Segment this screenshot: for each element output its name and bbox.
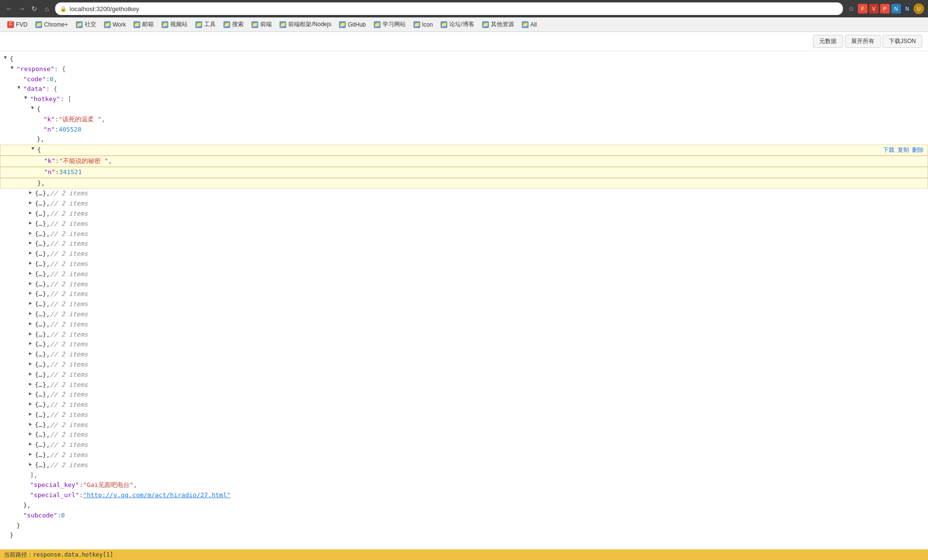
expand-arrow-16[interactable]: ▶ bbox=[29, 350, 35, 357]
bookmark-nodejs[interactable]: 📁 前端框架/Nodejs bbox=[276, 19, 335, 29]
delete-action[interactable]: 删除 bbox=[912, 146, 924, 155]
item2-toggle[interactable]: ▼ bbox=[29, 145, 36, 152]
root-toggle[interactable]: ▼ bbox=[2, 54, 9, 61]
collapsed-item-5: ▶ {…}, // 2 items bbox=[0, 239, 928, 249]
user-avatar[interactable]: U bbox=[913, 3, 924, 14]
expand-arrow-11[interactable]: ▶ bbox=[29, 299, 35, 307]
expand-arrow-6[interactable]: ▶ bbox=[29, 249, 35, 257]
expand-arrow-13[interactable]: ▶ bbox=[29, 320, 35, 327]
item1-toggle[interactable]: ▼ bbox=[29, 104, 36, 111]
ext-icon-red2[interactable]: V bbox=[869, 4, 879, 14]
expand-arrow-24[interactable]: ▶ bbox=[29, 430, 35, 438]
bookmark-search[interactable]: 📁 搜索 bbox=[220, 19, 247, 29]
data-close: ▶ }, bbox=[0, 501, 928, 511]
expand-arrow-3[interactable]: ▶ bbox=[29, 219, 35, 227]
address-input[interactable] bbox=[70, 5, 838, 13]
item2-open: ▼ { 下载 复制 删除 bbox=[0, 145, 928, 156]
expand-arrow-21[interactable]: ▶ bbox=[29, 400, 35, 408]
github-icon: 📁 bbox=[339, 21, 346, 28]
bookmark-video[interactable]: 📁 视频站 bbox=[158, 19, 191, 29]
expand-arrow-14[interactable]: ▶ bbox=[29, 330, 35, 338]
back-button[interactable]: ← bbox=[4, 3, 15, 14]
bookmark-other[interactable]: 📁 其他资源 bbox=[479, 19, 517, 29]
download-action[interactable]: 下载 bbox=[883, 146, 895, 155]
collapsed-item-16: ▶ {…}, // 2 items bbox=[0, 350, 928, 360]
collapsed-item-14: ▶ {…}, // 2 items bbox=[0, 330, 928, 340]
line-actions: 下载 复制 删除 bbox=[883, 146, 924, 155]
fvd-icon: F bbox=[7, 21, 14, 28]
special-key-line: ▶ "special_key": "Gai见面吧电台", bbox=[0, 480, 928, 490]
expand-arrow-0[interactable]: ▶ bbox=[29, 189, 35, 196]
expand-arrow-26[interactable]: ▶ bbox=[29, 450, 35, 458]
expand-arrow-18[interactable]: ▶ bbox=[29, 370, 35, 378]
collapsed-item-22: ▶ {…}, // 2 items bbox=[0, 410, 928, 420]
collapsed-item-0: ▶ {…}, // 2 items bbox=[0, 189, 928, 199]
response-toggle[interactable]: ▼ bbox=[9, 64, 15, 71]
subcode-line: ▶ "subcode": 0 bbox=[0, 511, 928, 521]
expand-arrow-17[interactable]: ▶ bbox=[29, 360, 35, 368]
collapsed-item-27: ▶ {…}, // 2 items bbox=[0, 460, 928, 471]
root-open: ▼ { bbox=[0, 54, 928, 64]
browser-chrome: ← → ↻ ⌂ 🔒 ☆ F V P N N U F FVD 📁 Chrome+ bbox=[0, 0, 928, 32]
expand-arrow-8[interactable]: ▶ bbox=[29, 269, 35, 277]
bookmark-learning[interactable]: 📁 学习网站 bbox=[370, 19, 409, 29]
expand-arrow-22[interactable]: ▶ bbox=[29, 410, 35, 418]
expand-arrow-12[interactable]: ▶ bbox=[29, 309, 35, 317]
collapsed-item-6: ▶ {…}, // 2 items bbox=[0, 249, 928, 259]
data-toggle[interactable]: ▼ bbox=[15, 84, 22, 91]
ext-icon-dark[interactable]: N bbox=[902, 4, 912, 14]
ext-icon-red3[interactable]: P bbox=[880, 4, 890, 14]
expand-all-button[interactable]: 展开所有 bbox=[845, 35, 881, 48]
item1-open: ▼ { bbox=[0, 104, 928, 115]
expand-arrow-19[interactable]: ▶ bbox=[29, 380, 35, 388]
bookmark-fvd[interactable]: F FVD bbox=[4, 20, 31, 29]
bookmark-forum[interactable]: 📁 论坛/博客 bbox=[437, 19, 477, 29]
collapsed-item-7: ▶ {…}, // 2 items bbox=[0, 259, 928, 269]
expand-arrow-2[interactable]: ▶ bbox=[29, 209, 35, 217]
expand-arrow-1[interactable]: ▶ bbox=[29, 199, 35, 206]
collapsed-items-container: ▶ {…}, // 2 items ▶ {…}, // 2 items ▶ {…… bbox=[0, 189, 928, 470]
expand-arrow-15[interactable]: ▶ bbox=[29, 339, 35, 347]
collapsed-item-3: ▶ {…}, // 2 items bbox=[0, 219, 928, 229]
expand-arrow-23[interactable]: ▶ bbox=[29, 420, 35, 428]
bookmark-mail[interactable]: 📁 邮箱 bbox=[130, 19, 157, 29]
bookmark-chrome-plus[interactable]: 📁 Chrome+ bbox=[32, 20, 72, 29]
special-url-link[interactable]: "http://y.qq.com/m/act/hiradio/27.html" bbox=[83, 490, 231, 501]
expand-arrow-25[interactable]: ▶ bbox=[29, 440, 35, 448]
expand-arrow-7[interactable]: ▶ bbox=[29, 259, 35, 267]
bookmark-tools[interactable]: 📁 工具 bbox=[192, 19, 219, 29]
expand-arrow-20[interactable]: ▶ bbox=[29, 390, 35, 398]
all-icon: 📁 bbox=[522, 21, 529, 28]
home-button[interactable]: ⌂ bbox=[42, 3, 52, 14]
bookmark-social[interactable]: 📁 社交 bbox=[73, 19, 100, 29]
data-line: ▼ "data": { bbox=[0, 84, 928, 94]
bookmark-icon-site[interactable]: 📁 Icon bbox=[410, 20, 437, 29]
collapsed-item-18: ▶ {…}, // 2 items bbox=[0, 370, 928, 380]
copy-action[interactable]: 复制 bbox=[898, 146, 909, 155]
expand-arrow-10[interactable]: ▶ bbox=[29, 289, 35, 297]
raw-button[interactable]: 元数据 bbox=[813, 35, 843, 48]
address-bar[interactable]: 🔒 bbox=[55, 2, 843, 15]
search-icon: 📁 bbox=[223, 21, 230, 28]
download-json-button[interactable]: 下载JSON bbox=[883, 35, 922, 48]
ext-icon-red[interactable]: F bbox=[858, 4, 868, 14]
expand-arrow-27[interactable]: ▶ bbox=[29, 460, 35, 468]
frontend-icon: 📁 bbox=[251, 21, 258, 28]
bookmark-github[interactable]: 📁 GitHub bbox=[336, 20, 369, 29]
response-line: ▼ "response": { bbox=[0, 64, 928, 74]
hotkey-toggle[interactable]: ▼ bbox=[22, 94, 29, 101]
ext-icon-blue[interactable]: N bbox=[891, 4, 901, 14]
reload-button[interactable]: ↻ bbox=[29, 3, 40, 14]
bookmark-all[interactable]: 📁 All bbox=[518, 20, 540, 29]
nodejs-icon: 📁 bbox=[280, 21, 286, 28]
bookmarks-bar: F FVD 📁 Chrome+ 📁 社交 📁 Work 📁 邮箱 📁 视频站 📁… bbox=[0, 17, 928, 32]
item1-close: ▶ }, bbox=[0, 134, 928, 145]
bookmark-frontend[interactable]: 📁 前端 bbox=[248, 19, 275, 29]
forward-button[interactable]: → bbox=[16, 3, 27, 14]
expand-arrow-5[interactable]: ▶ bbox=[29, 239, 35, 247]
expand-arrow-9[interactable]: ▶ bbox=[29, 280, 35, 287]
collapsed-item-17: ▶ {…}, // 2 items bbox=[0, 360, 928, 370]
expand-arrow-4[interactable]: ▶ bbox=[29, 229, 35, 237]
bookmark-work[interactable]: 📁 Work bbox=[101, 20, 130, 29]
star-button[interactable]: ☆ bbox=[846, 3, 856, 14]
